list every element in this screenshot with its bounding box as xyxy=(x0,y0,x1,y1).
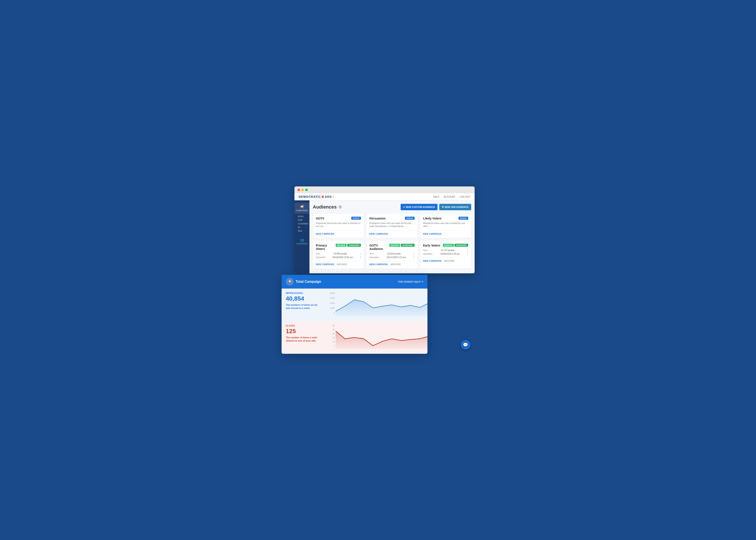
traffic-light-yellow[interactable] xyxy=(301,189,304,191)
gotv-description: Registered Democrats who need a reminder… xyxy=(316,222,361,228)
early-voters-size-value: 21,114 people xyxy=(441,249,454,251)
likely-voters-actions: NEW CAMPAIGN xyxy=(423,233,468,235)
sidebar-item-audiences[interactable]: 👥 AUDIENCES xyxy=(294,236,309,247)
impressions-chart: 8,000 6,000 4,000 2,000 0 xyxy=(328,292,427,318)
chat-widget-button[interactable]: 💬 xyxy=(461,340,470,349)
impressions-svg xyxy=(336,292,427,318)
logo-text: DEMOCRATIC xyxy=(299,195,321,199)
sidebar-item-campaigns[interactable]: 📢 CAMPAIGNS xyxy=(294,202,309,214)
gotv-audience-title: GOTV Audience xyxy=(370,244,389,251)
likely-voters-new-campaign-btn[interactable]: NEW CAMPAIGN xyxy=(423,233,442,235)
nav-help[interactable]: HELP xyxy=(433,196,439,198)
gotv-new-campaign-btn[interactable]: NEW CAMPAIGN xyxy=(316,233,334,235)
nav-account[interactable]: ACCOUNT xyxy=(444,196,455,198)
clicks-label: CLICKS xyxy=(286,325,324,327)
logo-dot xyxy=(322,196,324,198)
chevron-down-icon: ▾ xyxy=(422,280,423,283)
clicks-chart: 50 40 30 20 10 0 xyxy=(328,325,427,350)
sidebar-draft[interactable]: Draft xyxy=(297,218,309,222)
likely-voters-title: Likely Voters xyxy=(423,217,442,220)
card-header-gotv: GOTV Default xyxy=(316,217,361,220)
primary-voters-new-campaign-btn[interactable]: NEW CAMPAIGN xyxy=(316,263,334,266)
gotv-audience-new-campaign-btn[interactable]: NEW CAMPAIGN xyxy=(370,263,388,266)
primary-voters-title: Primary Voters xyxy=(316,244,336,251)
nav-logout[interactable]: LOG OUT xyxy=(460,196,470,198)
persuasion-new-campaign-btn[interactable]: NEW CAMPAIGN xyxy=(370,233,388,235)
report-title-group: 📢 Total Campaign xyxy=(286,278,321,286)
gotv-audience-archive-btn[interactable]: ARCHIVE xyxy=(390,263,401,266)
logo-text-2: ADS xyxy=(325,195,332,199)
sidebar: 📢 CAMPAIGNS Active Draft Completed All N… xyxy=(294,201,309,273)
early-voters-new-campaign-btn[interactable]: NEW CAMPAIGN xyxy=(423,260,442,262)
early-voters-uploaded-value: 04/06/2020 6:28 pm xyxy=(441,253,460,255)
impressions-y-axis: 8,000 6,000 4,000 2,000 0 xyxy=(328,292,336,318)
logo-exclamation: ! xyxy=(333,195,334,199)
gotv-audience-uploaded-info-icon: ℹ xyxy=(414,256,415,259)
report-toggle-label: Hide detailed report xyxy=(398,280,421,283)
sidebar-new[interactable]: New xyxy=(297,229,309,233)
impressions-chart-wrapper: 8,000 6,000 4,000 2,000 0 xyxy=(328,292,427,318)
gotv-audience-size-value: 10,818 people xyxy=(387,252,401,255)
report-toggle-btn[interactable]: Hide detailed report ▾ xyxy=(398,280,423,283)
report-panel: 📢 Total Campaign Hide detailed report ▾ … xyxy=(281,275,427,354)
early-voters-matched-badge: Matched xyxy=(443,244,454,247)
early-voters-size: Size: 21,114 people ℹ xyxy=(423,249,468,252)
card-header-likely-voters: Likely Voters Default xyxy=(423,217,468,220)
main-content: Audiences ? + NEW CUSTOM AUDIENCE ⊕ NEW … xyxy=(309,201,475,273)
clicks-value: 125 xyxy=(286,328,324,335)
new-custom-audience-button[interactable]: + NEW CUSTOM AUDIENCE xyxy=(401,204,438,210)
new-custom-audience-label: NEW CUSTOM AUDIENCE xyxy=(406,206,435,208)
early-voters-divider xyxy=(423,257,468,258)
app-body: 📢 CAMPAIGNS Active Draft Completed All N… xyxy=(294,201,475,273)
browser-window: DEMOCRATIC ADS ! HELP ACCOUNT LOG OUT 📢 … xyxy=(294,187,475,273)
impressions-value: 40,854 xyxy=(286,295,324,302)
report-megaphone-icon: 📢 xyxy=(286,278,294,286)
impressions-left: IMPRESSIONS 40,854 The numbers of times … xyxy=(286,292,324,310)
primary-voters-actions: NEW CAMPAIGN ARCHIVE xyxy=(316,263,361,266)
likely-voters-description: Registered voters who vote consistently … xyxy=(423,222,468,228)
traffic-light-green[interactable] xyxy=(305,189,308,191)
clicks-section: CLICKS 125 The number of times a voter c… xyxy=(281,321,427,354)
card-header-early-voters: Early Voters Matched VoteBuilder xyxy=(423,244,468,247)
sidebar-audiences-label: AUDIENCES xyxy=(296,243,307,245)
primary-voters-badges: Matched VoteBuilder xyxy=(336,244,361,247)
audience-grid-row1: GOTV Default Registered Democrats who ne… xyxy=(313,214,471,238)
sidebar-all[interactable]: All xyxy=(297,225,309,229)
svg-marker-0 xyxy=(336,297,427,317)
primary-voters-archive-btn[interactable]: ARCHIVE xyxy=(337,263,347,266)
gotv-audience-size: Size: 10,818 people ℹ xyxy=(370,252,415,255)
early-voters-archive-btn[interactable]: ARCHIVE xyxy=(444,260,455,262)
sidebar-completed[interactable]: Completed xyxy=(297,222,309,225)
persuasion-title: Persuasion xyxy=(370,217,385,220)
sidebar-active[interactable]: Active xyxy=(297,214,309,218)
primary-voters-size-value: 20,588 people xyxy=(334,252,347,255)
likely-voters-badge: Default xyxy=(459,217,468,220)
y-2000: 2,000 xyxy=(328,307,335,309)
primary-voters-uploaded-info-icon: ℹ xyxy=(360,256,361,259)
y-50: 50 xyxy=(328,325,335,327)
primary-voters-uploaded-value: 08/18/2020 10:05 am xyxy=(333,256,353,258)
clicks-chart-wrapper: 50 40 30 20 10 0 xyxy=(328,325,427,350)
audience-card-gotv-audience: GOTV Audience Matched VoteBuilder Size: … xyxy=(367,241,418,269)
browser-chrome xyxy=(294,187,475,193)
gotv-audience-size-info-icon: ℹ xyxy=(413,252,414,255)
persuasion-divider xyxy=(370,230,415,231)
clicks-chart-area: CLICKS 125 The number of times a voter c… xyxy=(286,325,423,350)
campaigns-icon: 📢 xyxy=(300,205,304,209)
gotv-audience-uploaded-value: 06/11/2020 2:22 pm xyxy=(387,256,406,258)
header-actions: + NEW CUSTOM AUDIENCE ⊕ NEW VAN AUDIENCE xyxy=(401,204,471,210)
audience-grid-row2: Primary Voters Matched VoteBuilder Size:… xyxy=(313,241,471,269)
primary-voters-votebuilder-badge: VoteBuilder xyxy=(347,244,361,247)
gotv-badge: Default xyxy=(351,217,361,220)
report-title-text: Total Campaign xyxy=(296,280,321,284)
impressions-description: The numbers of times an ad was served to… xyxy=(286,303,320,310)
help-circle-icon[interactable]: ? xyxy=(338,205,342,209)
page-title: Audiences xyxy=(313,204,337,210)
van-icon: ⊕ xyxy=(442,205,444,208)
new-van-audience-button[interactable]: ⊕ NEW VAN AUDIENCE xyxy=(439,204,471,210)
traffic-light-red[interactable] xyxy=(297,189,300,191)
chat-icon: 💬 xyxy=(463,342,468,347)
audience-card-persuasion: Persuasion Default Registered voters who… xyxy=(367,214,418,238)
primary-voters-matched-badge: Matched xyxy=(336,244,347,247)
report-header: 📢 Total Campaign Hide detailed report ▾ xyxy=(281,275,427,289)
